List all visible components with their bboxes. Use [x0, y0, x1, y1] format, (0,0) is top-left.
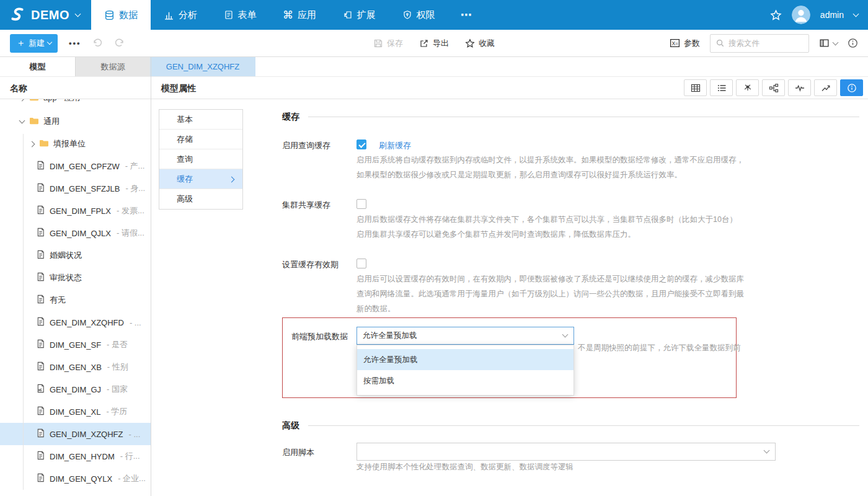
- folder-icon: [29, 99, 39, 104]
- user-avatar[interactable]: [792, 6, 810, 24]
- user-name[interactable]: admin: [820, 10, 844, 20]
- cluster-shared-cache-checkbox[interactable]: [356, 199, 366, 209]
- bar-chart-icon: [164, 10, 174, 20]
- help-info-button[interactable]: [848, 38, 858, 48]
- brand-logo-icon: [9, 6, 26, 25]
- chevron-down-icon: [764, 448, 770, 454]
- parameters-button[interactable]: X= 参数: [670, 38, 700, 49]
- chevron-right-icon[interactable]: [29, 142, 35, 146]
- nav-tab-more[interactable]: ⋯: [448, 0, 484, 30]
- option-load-on-demand[interactable]: 按需加载: [357, 370, 574, 391]
- tab-label: 模型: [30, 61, 46, 73]
- tree-item-label: 有无: [50, 294, 66, 306]
- svg-text:X=: X=: [671, 40, 678, 46]
- favorite-star-icon[interactable]: [770, 9, 782, 21]
- tree-item-suffix: - 是否: [107, 339, 128, 350]
- enable-query-cache-desc: 启用后系统将自动缓存数据到内存或临时文件，以提升系统效率。如果模型的数据经常修改…: [356, 153, 744, 182]
- model-properties-panel: 基本 存储 查询 缓存 高级 缓存 启用查询缓存 刷新缓存 启用后系统将自动缓存…: [151, 99, 868, 496]
- new-button[interactable]: ＋ 新建: [10, 34, 58, 53]
- document-toolbar: ＋ 新建 ••• 保存 导出 收藏 X=: [0, 30, 868, 57]
- parameters-label: 参数: [684, 38, 700, 49]
- menu-item-storage[interactable]: 存储: [159, 130, 242, 149]
- tree-item-label: DIM_GEN_XL: [50, 407, 100, 417]
- etl-job-icon[interactable]: [736, 79, 759, 96]
- list-icon[interactable]: [710, 79, 733, 96]
- menu-item-basic[interactable]: 基本: [159, 110, 242, 130]
- document-icon: [36, 451, 45, 462]
- tree-indent-guide: [23, 134, 24, 490]
- open-document-tab[interactable]: GEN_DIM_XZQHFZ: [150, 57, 255, 76]
- menu-item-cache[interactable]: 缓存: [159, 169, 242, 189]
- refresh-cache-link[interactable]: 刷新缓存: [379, 140, 411, 151]
- redo-icon[interactable]: [114, 38, 125, 48]
- export-button-label: 导出: [433, 38, 449, 49]
- more-actions-button[interactable]: •••: [69, 38, 81, 48]
- document-tab-label: GEN_DIM_XZQHFZ: [166, 62, 239, 71]
- chevron-down-icon[interactable]: [19, 120, 25, 123]
- enable-query-cache-label: 启用查询缓存: [282, 140, 355, 151]
- document-icon: [36, 205, 45, 216]
- tree-item-label: DIM_GEN_CPFZW: [50, 162, 120, 171]
- nav-tab-forms[interactable]: 表单: [210, 0, 270, 30]
- search-icon: [715, 38, 725, 48]
- tree-item-clipped[interactable]: app - 应用: [0, 99, 151, 110]
- option-full-preload[interactable]: 允许全量预加载: [357, 349, 574, 370]
- toolbar-left: ＋ 新建 •••: [0, 34, 125, 53]
- tree-item-suffix: - ...: [128, 430, 140, 439]
- favorite-button[interactable]: 收藏: [465, 38, 495, 49]
- info-icon[interactable]: [840, 79, 863, 96]
- export-icon: [419, 38, 429, 48]
- folder-icon: [29, 117, 39, 127]
- save-button-label: 保存: [387, 38, 403, 49]
- cache-section-title: 缓存: [282, 112, 299, 123]
- section-divider: [308, 425, 859, 426]
- tree-folder[interactable]: 通用: [0, 110, 151, 133]
- tree-item-label: DIM_GEN_XB: [50, 363, 102, 372]
- panel-tabs-row: 模型 数据源 GEN_DIM_XZQHFZ: [0, 57, 868, 77]
- document-icon: [36, 339, 45, 350]
- menu-item-advanced[interactable]: 高级: [159, 189, 242, 209]
- shield-icon: [402, 10, 412, 20]
- layout-switch-button[interactable]: [819, 38, 838, 48]
- tree-item-label: app - 应用: [43, 99, 80, 104]
- enable-query-cache-checkbox[interactable]: [356, 140, 366, 149]
- enable-script-select[interactable]: [356, 443, 776, 461]
- menu-item-query[interactable]: 查询: [159, 149, 242, 169]
- brand-menu[interactable]: DEMO: [0, 0, 91, 30]
- layout-icon: [819, 38, 830, 48]
- application-window: DEMO 数据 分析 表单 ⌘ 应用 扩展: [0, 0, 868, 496]
- tree-item-label: 婚姻状况: [50, 250, 82, 261]
- chevron-down-icon: [833, 39, 839, 45]
- trend-icon[interactable]: [814, 79, 837, 96]
- tab-model[interactable]: 模型: [0, 57, 75, 76]
- table-icon[interactable]: [684, 79, 707, 96]
- page-title: 模型属性: [161, 83, 196, 94]
- nav-tab-permissions[interactable]: 权限: [389, 0, 448, 30]
- preload-select[interactable]: 允许全量预加载: [356, 327, 574, 345]
- search-input[interactable]: [728, 39, 802, 48]
- favorite-button-label: 收藏: [479, 38, 495, 49]
- tab-datasource[interactable]: 数据源: [75, 57, 150, 76]
- document-icon: [36, 406, 45, 417]
- file-search[interactable]: [710, 34, 809, 53]
- undo-icon[interactable]: [92, 38, 103, 48]
- export-button[interactable]: 导出: [419, 38, 449, 49]
- chevron-down-icon[interactable]: [853, 11, 859, 17]
- chevron-down-icon: [562, 332, 569, 338]
- tree-item-label: GEN_DIM_QJLX: [50, 229, 111, 238]
- tree-item-label: DIM_GEN_QYLX: [50, 474, 112, 484]
- cache-expiry-checkbox[interactable]: [356, 259, 366, 268]
- lineage-icon[interactable]: [762, 79, 785, 96]
- tree-item-label: 填报单位: [53, 138, 86, 149]
- pulse-icon[interactable]: [788, 79, 811, 96]
- section-header-row: 名称 模型属性: [0, 77, 868, 99]
- nav-tab-extensions[interactable]: 扩展: [329, 0, 389, 30]
- nav-tab-apps[interactable]: ⌘ 应用: [270, 0, 329, 30]
- tree-item-suffix: - 国家: [107, 384, 128, 395]
- nav-tab-analysis[interactable]: 分析: [151, 0, 210, 30]
- save-button[interactable]: 保存: [373, 38, 403, 49]
- document-icon: [36, 183, 45, 194]
- brand-name: DEMO: [31, 8, 69, 22]
- nav-tab-data[interactable]: 数据: [91, 0, 151, 30]
- document-icon: [36, 161, 45, 172]
